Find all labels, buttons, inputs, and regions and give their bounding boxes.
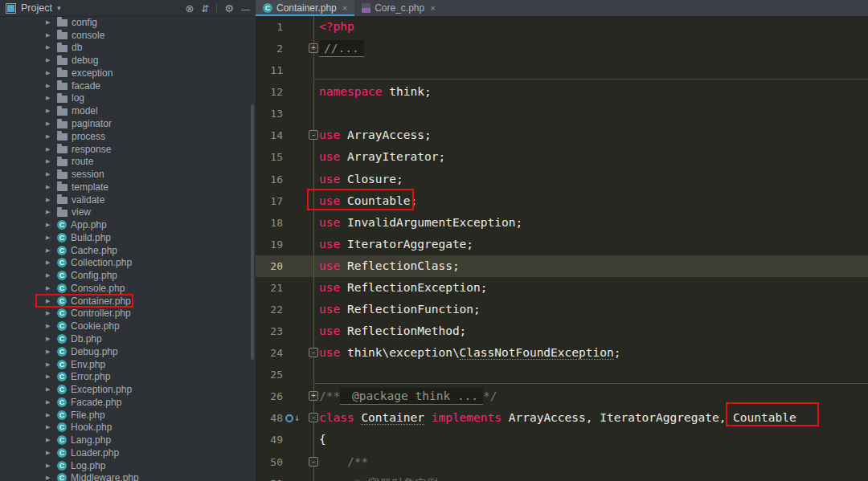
editor-line[interactable]: 12 namespace think; (256, 81, 868, 103)
line-number[interactable]: 25 (256, 364, 283, 385)
chevron-right-icon[interactable] (46, 70, 53, 76)
tree-item-folder[interactable]: route (0, 155, 256, 168)
chevron-right-icon[interactable] (46, 310, 53, 316)
line-number[interactable]: 11 (256, 59, 283, 81)
tree-item-file[interactable]: Error.php (0, 370, 256, 383)
chevron-right-icon[interactable] (46, 57, 53, 63)
chevron-right-icon[interactable] (46, 83, 53, 89)
tree-item-file[interactable]: Facade.php (0, 396, 256, 409)
line-number[interactable]: 50 (256, 451, 283, 473)
line-number[interactable]: 19 (256, 234, 283, 255)
chevron-right-icon[interactable] (46, 349, 53, 355)
line-number[interactable]: 13 (256, 103, 283, 124)
line-number[interactable]: 26 (256, 385, 283, 407)
editor-line[interactable]: 19 use IteratorAggregate; (256, 234, 868, 255)
chevron-right-icon[interactable] (46, 234, 53, 241)
tree-item-file[interactable]: Lang.php (0, 434, 256, 446)
chevron-right-icon[interactable] (46, 272, 53, 279)
tree-item-file[interactable]: File.php (0, 409, 256, 422)
chevron-right-icon[interactable] (46, 171, 53, 177)
editor-line[interactable]: 18 use InvalidArgumentException; (256, 212, 868, 234)
chevron-right-icon[interactable] (46, 373, 53, 380)
tree-item-file[interactable]: Loader.php (0, 446, 256, 459)
tree-item-file[interactable]: Collection.php (0, 257, 256, 270)
tab-container-php[interactable]: Container.php (256, 0, 354, 16)
editor-line[interactable]: 15 use ArrayIterator; (256, 146, 868, 168)
chevron-right-icon[interactable] (46, 108, 53, 114)
tree-item-file[interactable]: Cache.php (0, 244, 256, 257)
editor-line[interactable]: 13 (256, 103, 868, 124)
line-number[interactable]: 14 (256, 124, 283, 146)
chevron-right-icon[interactable] (46, 424, 53, 430)
collapse-all-icon[interactable] (201, 1, 209, 15)
chevron-right-icon[interactable] (46, 450, 53, 456)
tree-item-file[interactable]: Cookie.php (0, 320, 256, 332)
line-number[interactable]: 20 (256, 255, 283, 277)
tree-item-folder[interactable]: template (0, 181, 256, 194)
tree-item-file[interactable]: Config.php (0, 269, 256, 282)
tree-item-folder[interactable]: response (0, 143, 256, 156)
editor-line[interactable]: 2 //... (256, 38, 868, 59)
chevron-right-icon[interactable] (46, 386, 53, 393)
tree-item-folder[interactable]: paginator (0, 117, 256, 130)
fold-toggle-icon[interactable] (309, 43, 318, 53)
editor[interactable]: 1 <?php 2 //... 11 12 n (256, 16, 868, 481)
line-number[interactable]: 2 (256, 38, 283, 59)
fold-toggle-icon[interactable] (309, 457, 318, 467)
line-number[interactable]: 15 (256, 146, 283, 168)
chevron-right-icon[interactable] (46, 222, 53, 228)
fold-toggle-icon[interactable] (309, 391, 318, 401)
editor-line[interactable]: 25 (256, 364, 868, 385)
editor-line[interactable]: 24 use think\exception\ClassNotFoundExce… (256, 342, 868, 364)
chevron-right-icon[interactable] (46, 437, 53, 443)
tree-item-file[interactable]: Console.php (0, 282, 256, 295)
chevron-right-icon[interactable] (46, 19, 53, 26)
tree-item-file[interactable]: Controller.php (0, 308, 256, 320)
tree-item-folder[interactable]: config (0, 16, 256, 29)
chevron-right-icon[interactable] (46, 412, 53, 418)
chevron-right-icon[interactable] (46, 158, 53, 165)
chevron-right-icon[interactable] (46, 146, 53, 153)
line-number[interactable]: 21 (256, 277, 283, 299)
line-number[interactable]: 1 (256, 16, 283, 38)
line-number[interactable]: 49 (256, 429, 283, 450)
fold-toggle-icon[interactable] (309, 413, 318, 422)
chevron-right-icon[interactable] (46, 361, 53, 368)
editor-line[interactable]: 11 (256, 59, 868, 81)
tree-scrollbar[interactable] (251, 104, 254, 360)
chevron-right-icon[interactable] (46, 120, 53, 127)
tree-item-folder[interactable]: log (0, 92, 256, 105)
tree-item-file[interactable]: Exception.php (0, 383, 256, 396)
line-number[interactable]: 24 (256, 342, 283, 364)
tree-item-file[interactable]: Hook.php (0, 422, 256, 434)
tree-item-folder[interactable]: facade (0, 79, 256, 92)
line-number[interactable]: 51 (256, 473, 283, 481)
line-number[interactable]: 12 (256, 81, 283, 103)
tree-item-folder[interactable]: model (0, 104, 256, 117)
tree-item-file[interactable]: Log.php (0, 459, 256, 472)
editor-line[interactable]: 49 { (256, 429, 868, 450)
tree-item-file[interactable]: Db.php (0, 332, 256, 345)
tree-item-folder[interactable]: validate (0, 194, 256, 206)
tree-item-file[interactable]: Middleware.php (0, 472, 256, 481)
chevron-right-icon[interactable] (46, 95, 53, 101)
chevron-right-icon[interactable] (46, 209, 53, 215)
chevron-right-icon[interactable] (46, 285, 53, 291)
tree-item-folder[interactable]: process (0, 130, 256, 143)
tree-item-folder[interactable]: db (0, 42, 256, 55)
tree-item-folder[interactable]: debug (0, 54, 256, 67)
chevron-right-icon[interactable] (46, 247, 53, 254)
locate-icon[interactable] (185, 1, 194, 15)
line-number[interactable]: 23 (256, 320, 283, 342)
close-icon[interactable] (342, 3, 347, 13)
chevron-right-icon[interactable] (46, 44, 53, 51)
line-number[interactable]: 48 (256, 407, 283, 429)
editor-line[interactable]: 51 * 容器对象实例 (256, 473, 868, 481)
editor-line[interactable]: 14 use ArrayAccess; (256, 124, 868, 146)
editor-line[interactable]: 21 use ReflectionException; (256, 277, 868, 299)
close-icon[interactable] (430, 3, 435, 13)
editor-line[interactable]: 20 use ReflectionClass; (256, 255, 868, 277)
tree-item-folder[interactable]: console (0, 29, 256, 42)
chevron-right-icon[interactable] (46, 133, 53, 140)
chevron-right-icon[interactable] (46, 259, 53, 266)
